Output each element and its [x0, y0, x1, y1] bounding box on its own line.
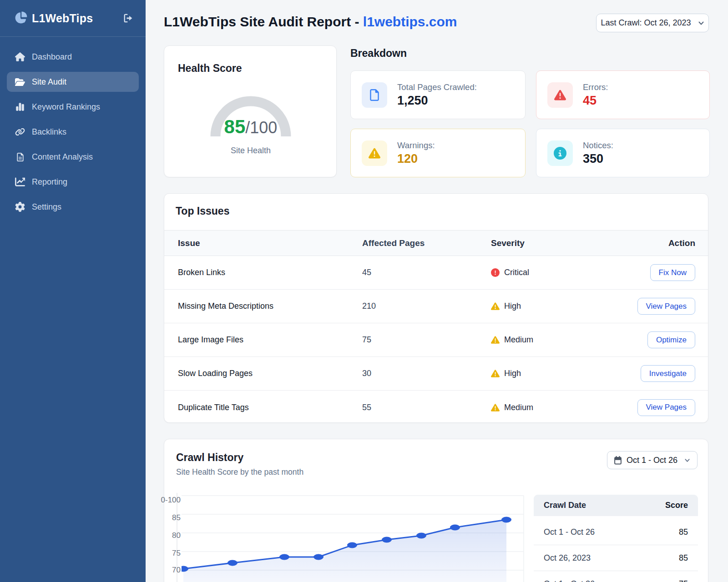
svg-text:85: 85: [172, 513, 181, 522]
svg-text:0-100: 0-100: [161, 496, 181, 504]
svg-text:75: 75: [172, 549, 181, 557]
svg-text:80: 80: [172, 531, 181, 540]
svg-text:70: 70: [172, 566, 181, 574]
